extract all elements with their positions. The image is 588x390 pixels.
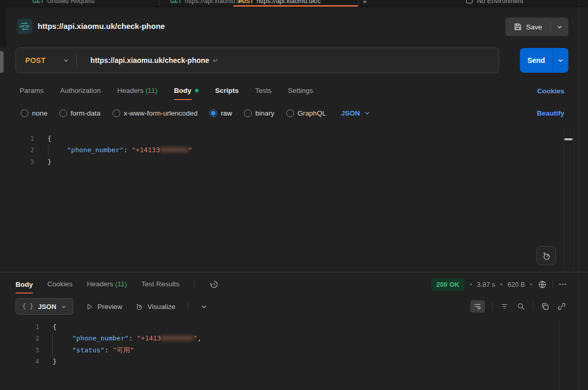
chevron-down-icon [201, 303, 207, 310]
response-body-label: Body [15, 281, 33, 288]
response-tab-body[interactable]: Body [15, 281, 33, 288]
chevron-down-icon [364, 110, 370, 116]
request-body-editor[interactable]: 1{ 2"phone_number": "+141330000000" 3} [0, 129, 567, 270]
filter-button[interactable] [500, 302, 509, 311]
response-body-editor[interactable]: 1{ 2"phone_number": "+141300000000", 3"s… [0, 318, 567, 390]
tab-method-label: GET [32, 0, 44, 4]
json-open-brace: { [47, 135, 52, 142]
workspace-tab-strip: GETUntitled Request GEThttps://api.xiaom… [0, 0, 588, 7]
postbot-button[interactable] [536, 246, 556, 265]
new-tab-button[interactable]: + [363, 0, 367, 6]
response-time[interactable]: 3.87 s [477, 281, 495, 288]
editor-scrollbar-thumb[interactable] [564, 138, 573, 140]
json-value-redacted: 00000000 [161, 334, 193, 342]
url-divider [76, 54, 77, 67]
editor-scroll-track [559, 319, 560, 390]
mode-raw[interactable]: raw [209, 109, 232, 117]
environment-quick-look-icon [466, 0, 473, 5]
method-selector[interactable]: POST [16, 56, 76, 64]
save-options-button[interactable] [551, 18, 568, 36]
chevron-down-icon [558, 57, 564, 63]
send-button[interactable]: Send [520, 56, 552, 64]
radio-raw-selected[interactable] [209, 109, 217, 117]
copy-button[interactable] [541, 302, 550, 311]
active-tab-underline [174, 99, 192, 100]
divider [194, 280, 194, 288]
response-section-divider[interactable] [0, 272, 588, 272]
visualize-button[interactable]: Visualize [135, 302, 175, 311]
response-tab-headers[interactable]: Headers (11) [87, 280, 127, 289]
tab-body[interactable]: Body [174, 87, 199, 95]
response-tab-test-results[interactable]: Test Results [141, 280, 179, 289]
send-options-button[interactable] [553, 57, 568, 63]
headers-count-badge: (11) [145, 87, 157, 94]
tab-scripts[interactable]: Scripts [215, 87, 239, 95]
share-link-button[interactable] [557, 302, 566, 311]
network-globe-icon[interactable] [537, 280, 547, 289]
beautify-link[interactable]: Beautify [537, 109, 564, 117]
toolbar-chevron-button[interactable] [201, 303, 207, 310]
copy-icon [541, 302, 550, 311]
divider [188, 302, 188, 311]
response-format-label: JSON [38, 303, 56, 311]
indent-guide [48, 145, 48, 156]
mode-binary[interactable]: binary [244, 109, 274, 117]
format-selector[interactable]: JSON [341, 109, 370, 117]
send-split-button: Send [520, 48, 568, 73]
json-value-visible: "+1413 [137, 334, 161, 342]
tab-settings[interactable]: Settings [288, 87, 313, 95]
radio-form-data[interactable] [59, 109, 67, 117]
radio-graphql[interactable] [286, 109, 294, 117]
preview-label: Preview [97, 303, 122, 311]
search-button[interactable] [516, 302, 526, 311]
line-number: 2 [0, 144, 34, 156]
radio-none[interactable] [21, 109, 28, 117]
mode-none[interactable]: none [21, 109, 47, 117]
json-key: "phone_number" [67, 146, 124, 154]
play-icon [86, 303, 93, 311]
status-badge[interactable]: 200 OK [431, 279, 465, 290]
json-open-brace: { [53, 323, 57, 331]
request-tab-bar: Params Authorization Headers (11) Body S… [0, 82, 588, 100]
line-number: 4 [0, 356, 39, 367]
json-value-visible: "+14133 [132, 146, 160, 154]
code-line: 3} [0, 156, 567, 168]
response-headers-count: (11) [115, 280, 127, 288]
mode-urlencoded[interactable]: x-www-form-urlencoded [112, 109, 198, 117]
response-options-icon[interactable] [558, 280, 567, 289]
tab-tests[interactable]: Tests [255, 87, 272, 95]
tab-headers[interactable]: Headers (11) [117, 87, 157, 95]
save-split-button: Save [505, 18, 568, 36]
filter-icon [500, 302, 509, 311]
tab-params[interactable]: Params [20, 87, 44, 95]
tab-authorization[interactable]: Authorization [60, 87, 101, 95]
dot-separator [500, 283, 502, 285]
response-history-icon[interactable] [209, 279, 219, 289]
workspace-tab-active[interactable]: POSThttps://api.xiaomu.uk/c [238, 0, 321, 5]
dot-separator [470, 283, 472, 285]
response-tab-cookies[interactable]: Cookies [47, 280, 73, 289]
environment-selector[interactable]: No Environment [466, 0, 524, 5]
preview-button[interactable]: Preview [86, 303, 122, 311]
response-tab-bar: Body Cookies Headers (11) Test Results 2… [0, 274, 588, 295]
json-key: "phone_number" [72, 334, 129, 342]
wrap-text-button[interactable] [470, 300, 485, 313]
chevron-down-icon [61, 304, 67, 310]
save-button[interactable]: Save [505, 18, 550, 36]
divider [492, 302, 493, 311]
response-size[interactable]: 620 B [508, 281, 525, 288]
active-tab-indicator [233, 5, 358, 7]
cookies-link[interactable]: Cookies [537, 87, 564, 95]
line-number: 3 [0, 345, 39, 356]
mode-form-data[interactable]: form-data [59, 109, 101, 117]
radio-binary[interactable] [244, 109, 252, 117]
divider [533, 302, 533, 311]
url-input[interactable]: https://api.xiaomu.uk/check-phone↵ [90, 56, 218, 64]
radio-urlencoded[interactable] [112, 109, 120, 117]
response-tools-right [470, 300, 566, 313]
url-container: POST https://api.xiaomu.uk/check-phone↵ [15, 47, 499, 73]
response-format-selector[interactable]: { } JSON [15, 298, 73, 315]
mode-graphql[interactable]: GraphQL [286, 109, 326, 117]
workspace-tab-untitled[interactable]: GETUntitled Request [32, 0, 95, 5]
json-value-status: "可用" [112, 346, 134, 354]
